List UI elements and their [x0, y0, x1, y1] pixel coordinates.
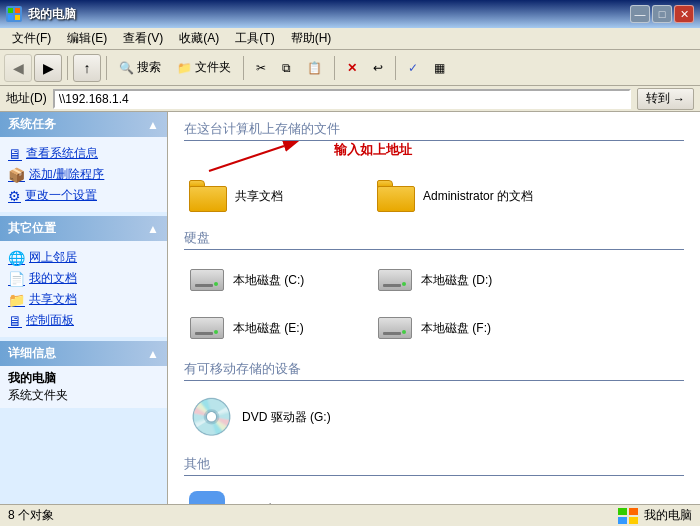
status-bar: 8 个对象 我的电脑: [0, 504, 700, 526]
title-bar: 我的电脑 — □ ✕: [0, 0, 700, 28]
go-button[interactable]: 转到 →: [637, 88, 694, 110]
drive-d-label: 本地磁盘 (D:): [421, 272, 492, 289]
view-icon: ▦: [434, 61, 445, 75]
menu-file[interactable]: 文件(F): [4, 28, 59, 49]
list-item[interactable]: 本地磁盘 (D:): [372, 260, 552, 300]
list-item[interactable]: 本地磁盘 (C:): [184, 260, 364, 300]
toolbar-separator-2: [106, 56, 107, 80]
sidebar-link-addremove[interactable]: 📦 添加/删除程序: [8, 164, 159, 185]
mydocs-icon: 📄: [8, 271, 25, 287]
maximize-button[interactable]: □: [652, 5, 672, 23]
sidebar-link-controlpanel[interactable]: 🖥 控制面板: [8, 310, 159, 331]
shared-docs-icon: [189, 180, 227, 212]
go-arrow-icon: →: [673, 92, 685, 106]
drive-f-label: 本地磁盘 (F:): [421, 320, 491, 337]
drive-d-icon: [377, 265, 413, 295]
dvd-label: DVD 驱动器 (G:): [242, 409, 331, 426]
sysinfo-icon: 🖥: [8, 146, 22, 162]
sidebar-link-shareddocs[interactable]: 📁 共享文档: [8, 289, 159, 310]
sidebar-content-system-tasks: 🖥 查看系统信息 📦 添加/删除程序 ⚙ 更改一个设置: [0, 137, 167, 212]
cut-icon: ✂: [256, 61, 266, 75]
list-item[interactable]: 本地磁盘 (E:): [184, 308, 364, 348]
list-item[interactable]: Administrator 的文档: [372, 175, 552, 217]
drive-f-icon: [377, 313, 413, 343]
address-input[interactable]: [59, 92, 625, 106]
admin-docs-label: Administrator 的文档: [423, 188, 533, 205]
window-icon: [6, 6, 22, 22]
svg-rect-6: [618, 508, 627, 515]
removable-items: 💿 DVD 驱动器 (G:): [184, 391, 684, 443]
cut-button[interactable]: ✂: [249, 54, 273, 82]
menu-view[interactable]: 查看(V): [115, 28, 171, 49]
info-title: 我的电脑: [8, 370, 159, 387]
address-input-wrap: [53, 89, 631, 109]
drive-c-label: 本地磁盘 (C:): [233, 272, 304, 289]
section-removable: 有可移动存储的设备 💿 DVD 驱动器 (G:): [184, 360, 684, 443]
menu-help[interactable]: 帮助(H): [283, 28, 340, 49]
delete-icon: ✕: [347, 61, 357, 75]
up-button[interactable]: ↑: [73, 54, 101, 82]
paste-button[interactable]: 📋: [300, 54, 329, 82]
delete-button[interactable]: ✕: [340, 54, 364, 82]
sidebar-link-mydocs[interactable]: 📄 我的文档: [8, 268, 159, 289]
window-title: 我的电脑: [28, 6, 630, 23]
network-icon: 🌐: [8, 250, 25, 266]
status-location: 我的电脑: [644, 507, 692, 524]
list-item[interactable]: 本地磁盘 (F:): [372, 308, 552, 348]
view-button[interactable]: ▦: [427, 54, 452, 82]
menu-favorites[interactable]: 收藏(A): [171, 28, 227, 49]
drive-c-icon: [189, 265, 225, 295]
check-button[interactable]: ✓: [401, 54, 425, 82]
hard-drives-title: 硬盘: [184, 229, 684, 250]
sidebar-section-other-locations: 其它位置 ▲ 🌐 网上邻居 📄 我的文档 📁 共享文档 🖥 控: [0, 216, 167, 337]
main-area: 系统任务 ▲ 🖥 查看系统信息 📦 添加/删除程序 ⚙ 更改一个设置: [0, 112, 700, 504]
svg-line-5: [209, 146, 284, 171]
menu-bar: 文件(F) 编辑(E) 查看(V) 收藏(A) 工具(T) 帮助(H): [0, 28, 700, 50]
hard-drives-items: 本地磁盘 (C:) 本地磁盘 (D:): [184, 260, 684, 348]
content-area: 在这台计算机上存储的文件 输入如上地址: [168, 112, 700, 504]
svg-rect-1: [15, 8, 20, 13]
annotation-wrapper: 输入如上地址: [184, 151, 412, 169]
back-button[interactable]: ◀: [4, 54, 32, 82]
undo-button[interactable]: ↩: [366, 54, 390, 82]
search-icon: 🔍: [119, 61, 134, 75]
sidebar-link-settings[interactable]: ⚙ 更改一个设置: [8, 185, 159, 206]
info-detail: 系统文件夹: [8, 387, 159, 404]
sidebar-link-sysinfo[interactable]: 🖥 查看系统信息: [8, 143, 159, 164]
cloud-label: 360云盘: [233, 501, 277, 505]
admin-docs-icon: [377, 180, 415, 212]
forward-button[interactable]: ▶: [34, 54, 62, 82]
toolbar-separator-4: [334, 56, 335, 80]
shareddocs-icon: 📁: [8, 292, 25, 308]
svg-rect-2: [8, 15, 13, 20]
controlpanel-icon: 🖥: [8, 313, 22, 329]
copy-button[interactable]: ⧉: [275, 54, 298, 82]
sidebar-section-details: 详细信息 ▲ 我的电脑 系统文件夹: [0, 341, 167, 408]
others-title: 其他: [184, 455, 684, 476]
toolbar-separator-5: [395, 56, 396, 80]
address-bar: 地址(D) 转到 →: [0, 86, 700, 112]
sidebar-header-system-tasks[interactable]: 系统任务 ▲: [0, 112, 167, 137]
svg-rect-9: [629, 517, 638, 524]
sidebar-header-details[interactable]: 详细信息 ▲: [0, 341, 167, 366]
undo-icon: ↩: [373, 61, 383, 75]
menu-tools[interactable]: 工具(T): [227, 28, 282, 49]
section-others: 其他 ☁ 360云盘: [184, 455, 684, 504]
svg-rect-0: [8, 8, 13, 13]
sidebar-link-network[interactable]: 🌐 网上邻居: [8, 247, 159, 268]
addremove-icon: 📦: [8, 167, 25, 183]
dvd-icon: 💿: [189, 396, 234, 438]
check-icon: ✓: [408, 61, 418, 75]
window-controls: — □ ✕: [630, 5, 694, 23]
toolbar-separator-3: [243, 56, 244, 80]
minimize-button[interactable]: —: [630, 5, 650, 23]
folder-button[interactable]: 📁 文件夹: [170, 54, 238, 82]
list-item[interactable]: 💿 DVD 驱动器 (G:): [184, 391, 364, 443]
search-button[interactable]: 🔍 搜索: [112, 54, 168, 82]
menu-edit[interactable]: 编辑(E): [59, 28, 115, 49]
list-item[interactable]: ☁ 360云盘: [184, 486, 364, 504]
close-button[interactable]: ✕: [674, 5, 694, 23]
stored-files-title: 在这台计算机上存储的文件: [184, 120, 684, 141]
toolbar-separator-1: [67, 56, 68, 80]
sidebar-header-other-locations[interactable]: 其它位置 ▲: [0, 216, 167, 241]
